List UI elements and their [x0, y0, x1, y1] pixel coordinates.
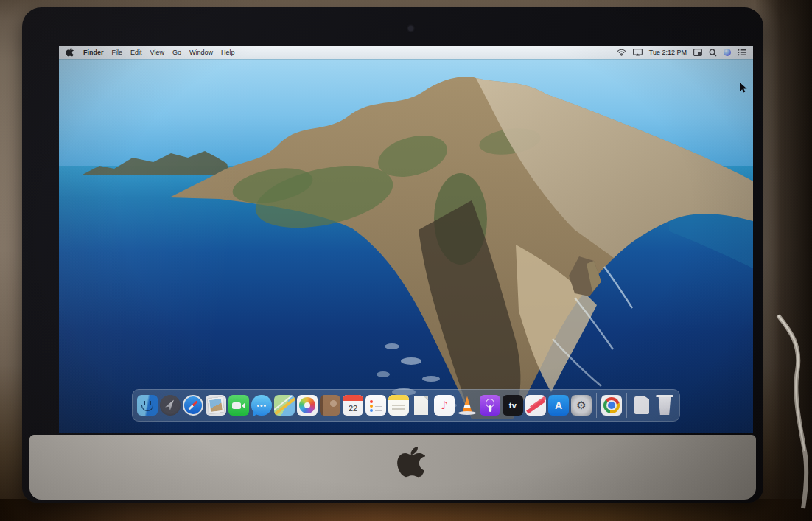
menu-window[interactable]: Window	[189, 49, 213, 56]
dock-launchpad[interactable]	[160, 395, 181, 416]
dock-finder[interactable]	[137, 395, 158, 416]
dock-facetime[interactable]	[228, 395, 249, 416]
wifi-icon[interactable]	[617, 49, 626, 56]
dock-separator	[596, 393, 597, 418]
menu-bar: Finder File Edit View Go Window Help	[59, 46, 753, 59]
dock-tv[interactable]: tv	[503, 395, 523, 416]
dock-music[interactable]: ♪	[434, 395, 455, 416]
dock-messages[interactable]	[251, 395, 272, 416]
dock-podcasts[interactable]	[480, 395, 500, 416]
tv-logo-label: tv	[503, 395, 523, 416]
apple-logo	[396, 447, 425, 484]
menubar-clock[interactable]: Tue 2:12 PM	[649, 49, 687, 56]
dock-preview[interactable]	[206, 395, 226, 416]
dock-news[interactable]	[525, 395, 546, 416]
dock-calendar[interactable]: 22	[343, 395, 363, 416]
spotlight-search-icon[interactable]	[709, 49, 717, 57]
dock-photos[interactable]	[297, 395, 318, 416]
dock-maps[interactable]	[274, 395, 295, 416]
dock-chrome[interactable]	[601, 395, 622, 416]
menu-view[interactable]: View	[150, 49, 164, 56]
menu-help[interactable]: Help	[221, 49, 235, 56]
dock-safari[interactable]	[183, 395, 203, 416]
menu-go[interactable]: Go	[172, 49, 181, 56]
menu-file[interactable]: File	[112, 49, 123, 56]
desktop-screen: Finder File Edit View Go Window Help	[59, 46, 753, 433]
imac-chin	[29, 435, 756, 500]
dock-separator	[626, 393, 627, 418]
dock-contacts[interactable]	[320, 395, 340, 416]
dock-notes[interactable]	[388, 395, 409, 416]
input-source-icon[interactable]	[693, 49, 702, 56]
dock-app-store[interactable]: A	[548, 395, 569, 416]
wallpaper-catalina	[59, 46, 753, 433]
gear-icon: ⚙	[571, 395, 592, 416]
calendar-day-label: 22	[343, 400, 363, 416]
apple-menu-icon[interactable]	[66, 48, 74, 57]
imac-bezel: Finder File Edit View Go Window Help	[22, 7, 763, 503]
menu-edit[interactable]: Edit	[130, 49, 142, 56]
dock-trash[interactable]	[654, 395, 675, 416]
dock-system-preferences[interactable]: ⚙	[571, 395, 592, 416]
webcam	[408, 26, 413, 31]
music-note-icon: ♪	[434, 395, 455, 416]
dock-folder[interactable]	[631, 395, 652, 416]
imac-photo: Finder File Edit View Go Window Help	[0, 0, 812, 521]
dock: 22 ♪ tv A ⚙	[132, 389, 680, 422]
app-store-a-icon: A	[548, 395, 569, 416]
notification-center-icon[interactable]	[738, 49, 746, 56]
display-mirroring-icon[interactable]	[633, 49, 643, 56]
siri-icon[interactable]	[724, 49, 731, 56]
dock-vlc[interactable]	[457, 395, 477, 416]
menu-finder[interactable]: Finder	[83, 49, 104, 56]
dock-reminders[interactable]	[365, 395, 386, 416]
dock-textedit[interactable]	[411, 395, 432, 416]
